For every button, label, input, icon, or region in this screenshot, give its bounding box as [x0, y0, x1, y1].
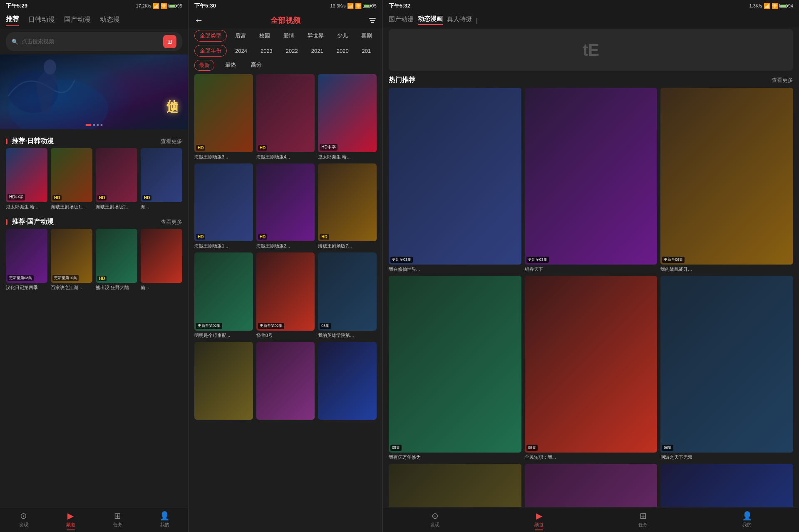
filter-2021[interactable]: 2021 — [306, 46, 328, 56]
grid-badge-0: HD — [196, 145, 205, 151]
hot-card-5[interactable]: 06集 网游之天下无双 — [660, 276, 793, 460]
grid-title-4: 海贼王剧场版2... — [256, 243, 315, 249]
sort-newest[interactable]: 最新 — [194, 60, 214, 71]
nav-task-label-1: 任务 — [113, 522, 122, 528]
section-more-jpkr[interactable]: 查看更多 — [161, 138, 182, 145]
p3-scroll-area: 热门推荐 查看更多 更新至03集 我在修仙世界... 更新至03集 鲲吞天下 — [383, 72, 799, 507]
grid-thumb-1: HD — [256, 74, 315, 152]
grid-title-7: 怪兽8号 — [256, 332, 315, 339]
grid-card-6[interactable]: 更新至第02集 明明是个碍事配... — [194, 252, 253, 339]
filter-isekai[interactable]: 异世界 — [303, 30, 329, 41]
cn-card-2[interactable]: HD 熊出没·狂野大陆 — [96, 229, 137, 291]
hero-char-art — [12, 59, 87, 125]
p3-tab-live[interactable]: 真人特摄 — [447, 15, 472, 25]
wifi-icon: 🛜 — [161, 3, 167, 9]
hot-item-title-2: 我的战舰能升... — [660, 266, 793, 272]
hot-thumb-0: 更新至03集 — [389, 88, 521, 265]
hot-thumb-2: 更新至06集 — [660, 88, 793, 265]
filter-2023[interactable]: 2023 — [256, 46, 278, 56]
tab-jp-anime[interactable]: 日韩动漫 — [28, 15, 55, 26]
search-bar-1[interactable]: 🔍 点击搜索视频 ⊞ — [6, 32, 182, 51]
hot-card-6[interactable]: 09集 稳住别浪 — [389, 464, 521, 507]
svg-rect-4 — [370, 20, 375, 21]
nav-channel-1[interactable]: ▶ 频道 — [47, 511, 94, 530]
search-button-1[interactable]: ⊞ — [163, 35, 176, 48]
back-button[interactable]: ← — [194, 15, 207, 26]
hot-card-7[interactable]: 16集 我的妻子是大... — [525, 464, 658, 507]
filter-year-row: 全部年份 2024 2023 2022 2021 2020 201 — [189, 43, 382, 58]
signal-icon-2: 📶 — [347, 3, 354, 9]
grid-card-9[interactable] — [194, 342, 253, 422]
grid-title-6: 明明是个碍事配... — [194, 332, 253, 339]
jpkr-card-1[interactable]: HD 海贼王剧场版1... — [51, 148, 92, 210]
grid-card-2[interactable]: HD中字 鬼太郎诞生 哈... — [318, 74, 377, 160]
filter-school[interactable]: 校园 — [254, 30, 275, 41]
jpkr-card-3[interactable]: HD 海... — [141, 148, 182, 210]
cn-scroll-row: 更新至第08集 汉化日记第四季 更新至第10集 百家诀之江湖... HD 熊出没… — [0, 229, 188, 295]
nav-underline-1 — [67, 530, 75, 530]
hot-card-8[interactable]: 12集 我是怪兽大主宰 — [660, 464, 793, 507]
grid-card-4[interactable]: HD 海贼王剧场版2... — [256, 163, 315, 250]
grid-card-3[interactable]: HD 海贼王剧场版1... — [194, 163, 253, 250]
cn-card-0[interactable]: 更新至第08集 汉化日记第四季 — [6, 229, 47, 291]
grid-badge-2: HD中字 — [320, 144, 337, 151]
hot-card-4[interactable]: 09集 全民转职：我... — [525, 276, 658, 460]
section-more-cn[interactable]: 查看更多 — [161, 218, 182, 226]
grid-thumb-8: 03集 — [318, 252, 377, 331]
nav-discover-1[interactable]: ⊙ 发现 — [0, 511, 47, 530]
filter-old[interactable]: 201 — [357, 46, 376, 56]
grid-card-8[interactable]: 03集 我的英雄学院第... — [318, 252, 377, 339]
grid-card-1[interactable]: HD 海贼王剧场版4... — [256, 74, 315, 160]
jpkr-card-2[interactable]: HD 海贼王剧场版2... — [96, 148, 137, 210]
hot-section: 热门推荐 查看更多 更新至03集 我在修仙世界... 更新至03集 鲲吞天下 — [383, 72, 799, 507]
nav-discover-3[interactable]: ⊙ 发现 — [383, 511, 487, 530]
p3-tab-cn[interactable]: 国产动漫 — [389, 15, 414, 25]
hot-card-0[interactable]: 更新至03集 我在修仙世界... — [389, 88, 521, 272]
jpkr-card-0[interactable]: HD中字 鬼太郎诞生 哈... — [6, 148, 47, 210]
filter-2020[interactable]: 2020 — [332, 46, 354, 56]
tab-cn-anime[interactable]: 国产动漫 — [64, 15, 91, 26]
nav-task-1[interactable]: ⊞ 任务 — [94, 511, 141, 530]
cn-card-1[interactable]: 更新至第10集 百家诀之江湖... — [51, 229, 92, 291]
p3-tab-motion[interactable]: 动态漫画 — [418, 15, 443, 25]
filter-harem[interactable]: 后宫 — [230, 30, 251, 41]
filter-comedy[interactable]: 喜剧 — [356, 30, 377, 41]
grid-card-10[interactable] — [256, 342, 315, 422]
grid-card-7[interactable]: 更新至第02集 怪兽8号 — [256, 252, 315, 339]
sort-hottest[interactable]: 最热 — [221, 60, 240, 71]
svg-point-2 — [44, 59, 56, 74]
nav-me-3[interactable]: 👤 我的 — [695, 511, 799, 530]
grid-card-11[interactable] — [318, 342, 377, 422]
cn-card-3[interactable]: 仙... — [141, 229, 182, 291]
filter-all-type[interactable]: 全部类型 — [194, 30, 227, 42]
filter-romance[interactable]: 爱情 — [278, 30, 299, 41]
grid-thumb-3: HD — [194, 163, 253, 242]
nav-me-label-1: 我的 — [160, 522, 169, 528]
wifi-icon-2: 🛜 — [355, 3, 362, 9]
nav-task-3[interactable]: ⊞ 任务 — [591, 511, 695, 530]
grid-badge-5: HD — [320, 234, 329, 240]
grid-card-5[interactable]: HD 海贼王剧场版7... — [318, 163, 377, 250]
hot-card-1[interactable]: 更新至03集 鲲吞天下 — [525, 88, 658, 272]
nav-channel-3[interactable]: ▶ 频道 — [487, 511, 591, 530]
hot-more[interactable]: 查看更多 — [772, 77, 793, 84]
p2-right-icon[interactable] — [364, 16, 377, 25]
nav-me-1[interactable]: 👤 我的 — [141, 511, 188, 530]
hot-grid: 更新至03集 我在修仙世界... 更新至03集 鲲吞天下 更新至06集 我的战舰… — [389, 88, 793, 507]
tab-motion-comic[interactable]: 动态漫 — [100, 15, 120, 26]
time-3: 下午5:32 — [389, 2, 410, 10]
filter-2022[interactable]: 2022 — [281, 46, 303, 56]
hot-card-2[interactable]: 更新至06集 我的战舰能升... — [660, 88, 793, 272]
filter-all-year[interactable]: 全部年份 — [194, 45, 227, 57]
tab-recommend[interactable]: 推荐 — [6, 15, 19, 26]
filter-kids[interactable]: 少儿 — [332, 30, 353, 41]
hero-banner-1[interactable]: 仙逆 — [0, 54, 188, 129]
nav-tabs-1: 推荐 日韩动漫 国产动漫 动态漫 — [0, 12, 188, 29]
sort-rating[interactable]: 高分 — [247, 60, 266, 71]
hot-card-3[interactable]: 05集 我有亿万年修为 — [389, 276, 521, 460]
grid-card-0[interactable]: HD 海贼王剧场版3... — [194, 74, 253, 160]
nav-discover-label-3: 发现 — [430, 522, 439, 528]
section-dot-cn — [6, 219, 7, 225]
filter-2024[interactable]: 2024 — [230, 46, 252, 56]
hot-item-title-1: 鲲吞天下 — [525, 266, 658, 272]
